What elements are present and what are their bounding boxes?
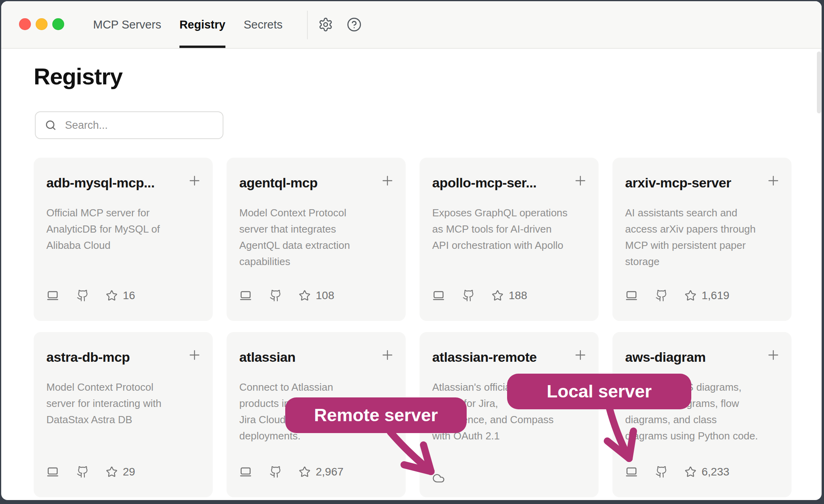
server-card-apollo-mcp-server[interactable]: apollo-mcp-ser... Exposes GraphQL operat… bbox=[420, 158, 599, 321]
plus-icon bbox=[573, 347, 588, 363]
star-count: 29 bbox=[123, 466, 135, 478]
add-server-button[interactable] bbox=[380, 347, 395, 363]
server-name: aws-diagram bbox=[625, 349, 779, 366]
plus-icon bbox=[187, 173, 202, 188]
star-icon bbox=[299, 466, 311, 478]
tab-secrets[interactable]: Secrets bbox=[244, 1, 282, 48]
card-footer: 16 bbox=[46, 289, 200, 302]
server-description: Exposes GraphQL operations as MCP tools … bbox=[432, 205, 588, 254]
star-count: 16 bbox=[123, 289, 135, 302]
add-server-button[interactable] bbox=[187, 347, 202, 363]
server-name: atlassian bbox=[239, 349, 393, 366]
star-icon bbox=[492, 290, 504, 302]
server-card-aws-diagram[interactable]: aws-diagram Generate AWS diagrams, seque… bbox=[612, 332, 792, 497]
settings-button[interactable] bbox=[317, 15, 335, 34]
star-count-group: 29 bbox=[106, 466, 135, 478]
local-server-callout: Local server bbox=[507, 374, 691, 409]
star-icon bbox=[685, 466, 696, 478]
laptop-icon bbox=[239, 466, 252, 478]
cloud-icon bbox=[432, 472, 445, 485]
titlebar-divider bbox=[307, 11, 308, 39]
add-server-button[interactable] bbox=[765, 173, 781, 189]
github-icon bbox=[269, 289, 282, 302]
add-server-button[interactable] bbox=[380, 173, 395, 189]
tab-mcp-servers[interactable]: MCP Servers bbox=[93, 1, 161, 48]
server-name: agentql-mcp bbox=[239, 174, 393, 191]
add-server-button[interactable] bbox=[765, 347, 781, 363]
plus-icon bbox=[766, 347, 781, 363]
add-server-button[interactable] bbox=[572, 173, 588, 189]
page-title: Registry bbox=[34, 63, 122, 90]
server-card-astra-db-mcp[interactable]: astra-db-mcp Model Context Protocol serv… bbox=[34, 332, 213, 497]
star-count-group: 16 bbox=[106, 289, 135, 302]
card-footer: 1,619 bbox=[625, 289, 779, 302]
star-count: 1,619 bbox=[702, 289, 729, 302]
zoom-window-button[interactable] bbox=[52, 18, 64, 30]
gear-icon bbox=[318, 17, 333, 32]
card-footer: 2,967 bbox=[239, 466, 393, 478]
github-icon bbox=[76, 289, 89, 302]
star-icon bbox=[685, 290, 696, 302]
plus-icon bbox=[573, 173, 588, 188]
plus-icon bbox=[766, 173, 781, 188]
close-window-button[interactable] bbox=[19, 18, 31, 30]
app-window: MCP Servers Registry Secrets R bbox=[1, 1, 822, 500]
plus-icon bbox=[187, 347, 202, 363]
traffic-lights bbox=[19, 18, 64, 30]
search-box bbox=[35, 111, 223, 139]
star-count-group: 6,233 bbox=[685, 466, 729, 478]
question-mark-icon bbox=[347, 17, 362, 32]
server-description: Official MCP server for AnalyticDB for M… bbox=[46, 205, 202, 254]
github-icon bbox=[76, 466, 89, 478]
server-name: arxiv-mcp-server bbox=[625, 174, 779, 191]
search-input[interactable] bbox=[65, 119, 214, 132]
registry-grid: adb-mysql-mcp... Official MCP server for… bbox=[34, 158, 792, 497]
card-footer bbox=[432, 466, 586, 478]
github-icon bbox=[462, 289, 475, 302]
minimize-window-button[interactable] bbox=[36, 18, 48, 30]
github-icon bbox=[655, 466, 668, 478]
laptop-icon bbox=[432, 289, 445, 302]
server-description: Model Context Protocol server for intera… bbox=[46, 379, 202, 428]
remote-server-callout: Remote server bbox=[285, 397, 467, 433]
star-icon bbox=[106, 466, 118, 478]
scrollbar-thumb[interactable] bbox=[817, 52, 821, 113]
laptop-icon bbox=[239, 289, 252, 302]
star-count-group: 188 bbox=[492, 289, 527, 302]
main-tabs: MCP Servers Registry Secrets bbox=[93, 1, 282, 48]
star-count: 188 bbox=[509, 289, 527, 302]
star-count-group: 108 bbox=[299, 289, 334, 302]
server-description: AI assistants search and access arXiv pa… bbox=[625, 205, 781, 270]
star-icon bbox=[106, 290, 118, 302]
add-server-button[interactable] bbox=[187, 173, 202, 189]
card-footer: 29 bbox=[46, 466, 200, 478]
plus-icon bbox=[380, 173, 395, 188]
star-count-group: 2,967 bbox=[299, 466, 343, 478]
laptop-icon bbox=[625, 466, 638, 478]
server-description: Model Context Protocol server that integ… bbox=[239, 205, 395, 270]
star-icon bbox=[299, 290, 311, 302]
server-name: astra-db-mcp bbox=[46, 349, 200, 366]
server-name: atlassian-remote bbox=[432, 349, 586, 366]
titlebar: MCP Servers Registry Secrets bbox=[1, 1, 822, 49]
server-card-arxiv-mcp-server[interactable]: arxiv-mcp-server AI assistants search an… bbox=[612, 158, 792, 321]
github-icon bbox=[269, 466, 282, 478]
laptop-icon bbox=[46, 289, 59, 302]
tab-registry[interactable]: Registry bbox=[179, 1, 225, 48]
add-server-button[interactable] bbox=[572, 347, 588, 363]
help-button[interactable] bbox=[345, 15, 363, 34]
card-footer: 188 bbox=[432, 289, 586, 302]
star-count: 6,233 bbox=[702, 466, 729, 478]
plus-icon bbox=[380, 347, 395, 363]
card-footer: 6,233 bbox=[625, 466, 779, 478]
server-card-adb-mysql-mcp[interactable]: adb-mysql-mcp... Official MCP server for… bbox=[34, 158, 213, 321]
star-count-group: 1,619 bbox=[685, 289, 729, 302]
card-footer: 108 bbox=[239, 289, 393, 302]
server-card-agentql-mcp[interactable]: agentql-mcp Model Context Protocol serve… bbox=[227, 158, 406, 321]
github-icon bbox=[655, 289, 668, 302]
star-count: 2,967 bbox=[316, 466, 343, 478]
star-count: 108 bbox=[316, 289, 334, 302]
search-icon bbox=[44, 119, 57, 132]
laptop-icon bbox=[46, 466, 59, 478]
laptop-icon bbox=[625, 289, 638, 302]
